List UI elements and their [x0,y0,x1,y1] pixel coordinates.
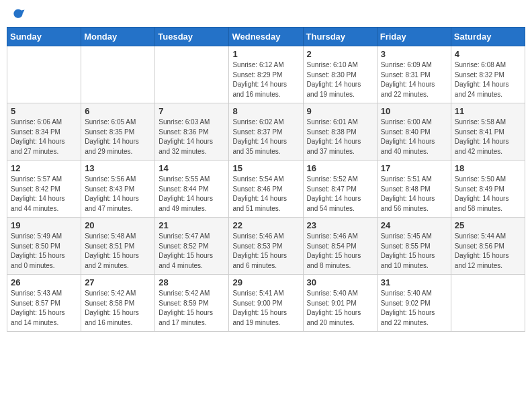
day-cell-23: 23Sunrise: 5:46 AMSunset: 8:54 PMDayligh… [303,218,377,275]
day-info: Sunrise: 6:12 AMSunset: 8:29 PMDaylight:… [232,60,299,99]
day-cell-10: 10Sunrise: 6:00 AMSunset: 8:40 PMDayligh… [377,103,451,161]
day-cell-2: 2Sunrise: 6:10 AMSunset: 8:30 PMDaylight… [303,46,377,103]
logo [9,7,27,21]
day-info: Sunrise: 6:09 AMSunset: 8:31 PMDaylight:… [381,60,447,99]
day-info: Sunrise: 5:47 AMSunset: 8:52 PMDaylight:… [159,232,225,271]
weekday-header-monday: Monday [81,28,155,46]
day-cell-17: 17Sunrise: 5:51 AMSunset: 8:48 PMDayligh… [377,161,451,218]
day-cell-16: 16Sunrise: 5:52 AMSunset: 8:47 PMDayligh… [303,161,377,218]
day-info: Sunrise: 6:01 AMSunset: 8:38 PMDaylight:… [307,118,373,156]
week-row-1: 1Sunrise: 6:12 AMSunset: 8:29 PMDaylight… [7,46,525,103]
day-info: Sunrise: 6:02 AMSunset: 8:37 PMDaylight:… [232,118,299,156]
day-number: 25 [455,220,521,230]
day-cell-29: 29Sunrise: 5:41 AMSunset: 9:00 PMDayligh… [229,275,303,332]
day-number: 12 [11,163,77,173]
weekday-header-saturday: Saturday [451,28,525,46]
day-cell-20: 20Sunrise: 5:48 AMSunset: 8:51 PMDayligh… [81,218,155,275]
day-number: 4 [455,49,521,59]
day-info: Sunrise: 5:56 AMSunset: 8:43 PMDaylight:… [85,175,151,214]
day-cell-25: 25Sunrise: 5:44 AMSunset: 8:56 PMDayligh… [451,218,525,275]
day-info: Sunrise: 6:05 AMSunset: 8:35 PMDaylight:… [85,118,151,156]
day-number: 17 [381,163,447,173]
day-cell-4: 4Sunrise: 6:08 AMSunset: 8:32 PMDaylight… [451,46,525,103]
day-info: Sunrise: 6:06 AMSunset: 8:34 PMDaylight:… [11,118,77,156]
day-info: Sunrise: 5:41 AMSunset: 9:00 PMDaylight:… [232,289,299,328]
day-cell-5: 5Sunrise: 6:06 AMSunset: 8:34 PMDaylight… [7,103,81,161]
day-cell-27: 27Sunrise: 5:42 AMSunset: 8:58 PMDayligh… [81,275,155,332]
day-info: Sunrise: 6:08 AMSunset: 8:32 PMDaylight:… [455,60,521,99]
day-cell-26: 26Sunrise: 5:43 AMSunset: 8:57 PMDayligh… [7,275,81,332]
day-cell-22: 22Sunrise: 5:46 AMSunset: 8:53 PMDayligh… [229,218,303,275]
day-cell-11: 11Sunrise: 5:58 AMSunset: 8:41 PMDayligh… [451,103,525,161]
calendar-table: SundayMondayTuesdayWednesdayThursdayFrid… [7,27,525,332]
day-info: Sunrise: 6:00 AMSunset: 8:40 PMDaylight:… [381,118,447,156]
day-cell-18: 18Sunrise: 5:50 AMSunset: 8:49 PMDayligh… [451,161,525,218]
day-cell-3: 3Sunrise: 6:09 AMSunset: 8:31 PMDaylight… [377,46,451,103]
day-number: 5 [11,106,77,116]
day-cell-15: 15Sunrise: 5:54 AMSunset: 8:46 PMDayligh… [229,161,303,218]
day-number: 21 [159,220,225,230]
day-number: 31 [381,277,447,287]
header [7,7,525,21]
day-cell-30: 30Sunrise: 5:40 AMSunset: 9:01 PMDayligh… [303,275,377,332]
day-info: Sunrise: 5:45 AMSunset: 8:55 PMDaylight:… [381,232,447,271]
empty-cell [155,46,229,103]
day-cell-12: 12Sunrise: 5:57 AMSunset: 8:42 PMDayligh… [7,161,81,218]
empty-cell [7,46,81,103]
day-info: Sunrise: 5:57 AMSunset: 8:42 PMDaylight:… [11,175,77,214]
day-number: 20 [85,220,151,230]
day-number: 8 [232,106,299,116]
week-row-3: 12Sunrise: 5:57 AMSunset: 8:42 PMDayligh… [7,161,525,218]
day-cell-7: 7Sunrise: 6:03 AMSunset: 8:36 PMDaylight… [155,103,229,161]
day-cell-14: 14Sunrise: 5:55 AMSunset: 8:44 PMDayligh… [155,161,229,218]
weekday-header-friday: Friday [377,28,451,46]
day-info: Sunrise: 5:40 AMSunset: 9:01 PMDaylight:… [307,289,373,328]
day-number: 24 [381,220,447,230]
week-row-5: 26Sunrise: 5:43 AMSunset: 8:57 PMDayligh… [7,275,525,332]
day-info: Sunrise: 5:58 AMSunset: 8:41 PMDaylight:… [455,118,521,156]
day-number: 29 [232,277,299,287]
day-cell-28: 28Sunrise: 5:42 AMSunset: 8:59 PMDayligh… [155,275,229,332]
day-number: 16 [307,163,373,173]
weekday-header-row: SundayMondayTuesdayWednesdayThursdayFrid… [7,28,525,46]
day-info: Sunrise: 6:10 AMSunset: 8:30 PMDaylight:… [307,60,373,99]
week-row-2: 5Sunrise: 6:06 AMSunset: 8:34 PMDaylight… [7,103,525,161]
day-number: 22 [232,220,299,230]
day-cell-19: 19Sunrise: 5:49 AMSunset: 8:50 PMDayligh… [7,218,81,275]
day-info: Sunrise: 5:48 AMSunset: 8:51 PMDaylight:… [85,232,151,271]
week-row-4: 19Sunrise: 5:49 AMSunset: 8:50 PMDayligh… [7,218,525,275]
day-number: 13 [85,163,151,173]
day-info: Sunrise: 6:03 AMSunset: 8:36 PMDaylight:… [159,118,225,156]
day-number: 27 [85,277,151,287]
day-number: 26 [11,277,77,287]
day-info: Sunrise: 5:54 AMSunset: 8:46 PMDaylight:… [232,175,299,214]
day-number: 9 [307,106,373,116]
day-number: 7 [159,106,225,116]
weekday-header-wednesday: Wednesday [229,28,303,46]
day-cell-31: 31Sunrise: 5:40 AMSunset: 9:02 PMDayligh… [377,275,451,332]
day-number: 1 [232,49,299,59]
day-info: Sunrise: 5:52 AMSunset: 8:47 PMDaylight:… [307,175,373,214]
day-info: Sunrise: 5:46 AMSunset: 8:53 PMDaylight:… [232,232,299,271]
weekday-header-sunday: Sunday [7,28,81,46]
day-info: Sunrise: 5:49 AMSunset: 8:50 PMDaylight:… [11,232,77,271]
day-number: 14 [159,163,225,173]
day-info: Sunrise: 5:40 AMSunset: 9:02 PMDaylight:… [381,289,447,328]
day-number: 10 [381,106,447,116]
day-cell-21: 21Sunrise: 5:47 AMSunset: 8:52 PMDayligh… [155,218,229,275]
day-number: 30 [307,277,373,287]
day-cell-24: 24Sunrise: 5:45 AMSunset: 8:55 PMDayligh… [377,218,451,275]
day-number: 18 [455,163,521,173]
day-info: Sunrise: 5:44 AMSunset: 8:56 PMDaylight:… [455,232,521,271]
day-number: 28 [159,277,225,287]
day-cell-1: 1Sunrise: 6:12 AMSunset: 8:29 PMDaylight… [229,46,303,103]
day-number: 11 [455,106,521,116]
day-info: Sunrise: 5:55 AMSunset: 8:44 PMDaylight:… [159,175,225,214]
day-number: 19 [11,220,77,230]
day-number: 23 [307,220,373,230]
day-info: Sunrise: 5:43 AMSunset: 8:57 PMDaylight:… [11,289,77,328]
empty-cell [451,275,525,332]
day-cell-8: 8Sunrise: 6:02 AMSunset: 8:37 PMDaylight… [229,103,303,161]
day-number: 6 [85,106,151,116]
day-cell-13: 13Sunrise: 5:56 AMSunset: 8:43 PMDayligh… [81,161,155,218]
